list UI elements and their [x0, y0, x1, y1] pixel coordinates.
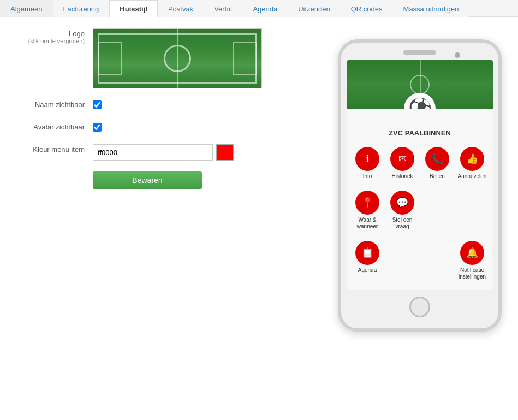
penalty-right — [233, 42, 257, 75]
logo-row: Logo (klik om te vergroten) — [5, 28, 316, 88]
waar-icon-circle: 📍 — [355, 191, 379, 215]
save-row: Bewaren — [5, 171, 316, 189]
notificatie-label: Notificatie instellingen — [457, 267, 487, 280]
info-icon-circle: ℹ — [355, 147, 379, 171]
avatar-label-text: Avatar zichtbaar — [33, 123, 85, 131]
thumbsup-icon: 👍 — [466, 153, 478, 165]
main-content: Logo (klik om te vergroten) Naam zichtba… — [0, 17, 518, 342]
logo-sublabel-text: (klik om te vergroten) — [5, 38, 85, 44]
location-icon: 📍 — [361, 197, 373, 209]
phone-speaker — [403, 50, 436, 55]
save-label-spacer — [5, 171, 93, 173]
logo-image[interactable] — [93, 28, 262, 88]
tab-bar: Algemeen Facturering Huisstijl Postvak V… — [0, 0, 518, 17]
logo-label: Logo (klik om te vergroten) — [5, 28, 93, 44]
icon-item-agenda[interactable]: 📋 Agenda — [351, 238, 384, 283]
phone-camera — [455, 52, 460, 58]
icon-item-bellen[interactable]: 📞 Bellen — [421, 144, 454, 183]
save-button[interactable]: Bewaren — [93, 171, 202, 189]
form-panel: Logo (klik om te vergroten) Naam zichtba… — [5, 28, 316, 332]
tab-facturering[interactable]: Facturering — [53, 0, 110, 17]
naam-label-text: Naam zichtbaar — [35, 100, 85, 109]
phone-icons-row1: ℹ Info ✉ Historiek 📞 Belle — [347, 141, 493, 187]
phone-header-image: ⚽ — [347, 60, 493, 109]
vraag-label: Stel een vraag — [387, 217, 418, 230]
center-circle — [164, 45, 191, 72]
icon-item-waar[interactable]: 📍 Waar & wanneer — [351, 187, 384, 233]
kleur-label: Kleur menu item — [5, 144, 93, 153]
save-control: Bewaren — [93, 171, 316, 189]
avatar-control — [93, 122, 316, 133]
icon-item-aanbevelen[interactable]: 👍 Aanbevelen — [456, 144, 489, 183]
avatar-label: Avatar zichtbaar — [5, 122, 93, 131]
color-text-input[interactable] — [93, 144, 213, 161]
kleur-label-text: Kleur menu item — [33, 145, 85, 153]
naam-row: Naam zichtbaar — [5, 99, 316, 111]
vraag-icon-circle: 💬 — [390, 191, 414, 215]
aanbevelen-label: Aanbevelen — [458, 173, 487, 180]
phone-screen: ⚽ ZVC PAALBINNEN ℹ Info ✉ — [347, 60, 493, 290]
calendar-icon: 📋 — [361, 247, 373, 259]
tab-algemeen[interactable]: Algemeen — [0, 0, 53, 17]
icon-item-info[interactable]: ℹ Info — [351, 144, 384, 183]
penalty-left — [98, 42, 122, 75]
phone-icons-row3: 📋 Agenda 🔔 — [347, 238, 493, 290]
logo-control — [93, 28, 316, 88]
aanbevelen-icon-circle: 👍 — [460, 147, 484, 171]
phone-panel: ⚽ ZVC PAALBINNEN ℹ Info ✉ — [327, 28, 513, 332]
chat-icon: 💬 — [396, 197, 408, 209]
tab-postvak[interactable]: Postvak — [158, 0, 204, 17]
phone-icon: 📞 — [431, 153, 443, 165]
phone-mockup: ⚽ ZVC PAALBINNEN ℹ Info ✉ — [338, 39, 502, 332]
avatar-row: Avatar zichtbaar — [5, 122, 316, 133]
phone-home-button[interactable] — [409, 297, 430, 317]
notificatie-icon-circle: 🔔 — [460, 241, 484, 265]
tab-massa-uitnodigen[interactable]: Massa uitnodigen — [393, 0, 469, 17]
phone-icons-row2: 📍 Waar & wanneer 💬 Stel een vraag — [347, 187, 493, 238]
avatar-checkbox[interactable] — [93, 123, 102, 132]
tab-verlof[interactable]: Verlof — [204, 0, 242, 17]
waar-label: Waar & wanneer — [352, 217, 383, 230]
bellen-icon-circle: 📞 — [425, 147, 449, 171]
tab-huisstijl[interactable]: Huisstijl — [109, 0, 158, 17]
phone-bottom — [347, 290, 493, 321]
icon-item-historiek[interactable]: ✉ Historiek — [386, 144, 419, 183]
logo-label-text: Logo — [69, 29, 85, 38]
mail-icon: ✉ — [398, 153, 407, 165]
color-swatch[interactable] — [216, 144, 234, 161]
tab-uitzenden[interactable]: Uitzenden — [288, 0, 341, 17]
phone-club-name: ZVC PAALBINNEN — [347, 109, 493, 141]
tab-agenda[interactable]: Agenda — [242, 0, 288, 17]
tab-qr-codes[interactable]: QR codes — [341, 0, 393, 17]
agenda-icon-circle: 📋 — [355, 241, 379, 265]
info-label: Info — [363, 173, 372, 180]
phone-logo-overlay: ⚽ — [404, 93, 436, 109]
color-input-row — [93, 144, 316, 161]
bellen-label: Bellen — [430, 173, 445, 180]
naam-label: Naam zichtbaar — [5, 99, 93, 109]
kleur-row: Kleur menu item — [5, 144, 316, 161]
agenda-label: Agenda — [358, 267, 377, 274]
kleur-control — [93, 144, 316, 161]
icon-item-notificatie[interactable]: 🔔 Notificatie instellingen — [456, 238, 489, 283]
naam-checkbox[interactable] — [93, 100, 102, 109]
historiek-label: Historiek — [392, 173, 413, 180]
bell-icon: 🔔 — [466, 247, 478, 259]
historiek-icon-circle: ✉ — [390, 147, 414, 171]
icon-item-vraag[interactable]: 💬 Stel een vraag — [386, 187, 419, 233]
info-icon: ℹ — [366, 153, 370, 165]
soccer-ball-icon: ⚽ — [408, 97, 432, 109]
phone-field-circle — [410, 75, 430, 94]
naam-control — [93, 99, 316, 111]
